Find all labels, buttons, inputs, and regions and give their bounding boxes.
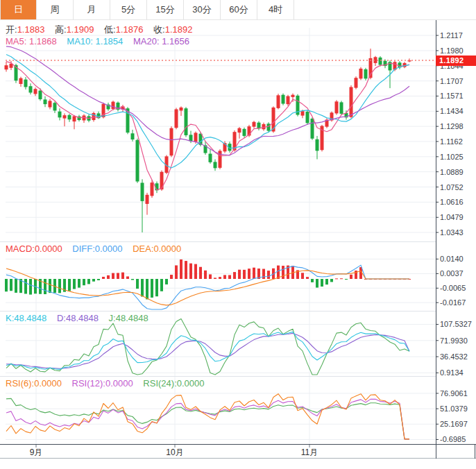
y-axis-tick-label: 1.0343: [440, 228, 464, 237]
y-axis-tick-label: -0.0065: [440, 284, 466, 292]
y-axis-tick-label: 107.5327: [440, 320, 472, 328]
y-axis-tick-label: 51.0379: [440, 404, 468, 413]
y-axis-tick-label: 0.0037: [440, 269, 464, 278]
tab-日[interactable]: 日: [0, 0, 37, 19]
y-axis-tick-label: 1.1571: [440, 92, 464, 100]
y-axis-tick-label: 1.1707: [440, 77, 464, 85]
y-axis-tick-label: 1.0752: [440, 183, 464, 191]
y-axis-tick-label: 1.0889: [440, 168, 464, 176]
x-axis-label: 11月: [296, 447, 323, 459]
y-axis-tick-label: 76.9061: [440, 389, 468, 398]
tab-60分[interactable]: 60分: [221, 0, 257, 19]
tab-4时[interactable]: 4时: [257, 0, 294, 19]
y-axis-tick-label: 1.1025: [440, 153, 464, 161]
chart-canvas[interactable]: 1.21171.19801.18441.17071.15711.14341.12…: [0, 0, 476, 469]
y-axis-tick-label: 1.1162: [440, 137, 463, 146]
y-axis-tick-label: -0.6985: [440, 435, 466, 443]
y-axis-tick-label: 36.4532: [440, 352, 468, 361]
y-axis-tick-label: 71.9930: [440, 336, 468, 345]
y-axis-tick-label: 0.0140: [440, 255, 464, 263]
y-axis-tick-label: 1.0616: [440, 198, 464, 206]
tab-15分[interactable]: 15分: [147, 0, 184, 19]
y-axis-tick-label: 1.2117: [440, 31, 463, 40]
tab-30分[interactable]: 30分: [184, 0, 221, 19]
y-axis-tick-label: 1.1434: [440, 107, 464, 115]
y-axis-tick-label: 0.9134: [440, 368, 464, 377]
tab-5分[interactable]: 5分: [110, 0, 147, 19]
tab-周[interactable]: 周: [37, 0, 74, 19]
y-axis-tick-label: 25.1697: [440, 420, 468, 428]
y-axis-tick-label: 1.1980: [440, 46, 464, 55]
timeframe-toolbar: 日周月5分15分30分60分4时: [0, 0, 476, 20]
current-price-tag: 1.1892: [436, 56, 476, 66]
x-axis-label: 9月: [22, 447, 50, 459]
y-axis-tick-label: 1.1298: [440, 122, 464, 130]
y-axis-tick-label: 1.0479: [440, 213, 464, 221]
x-axis-label: 10月: [161, 447, 189, 459]
tab-月[interactable]: 月: [74, 0, 110, 19]
y-axis-tick-label: -0.0167: [440, 298, 466, 307]
trading-chart-app: 1.21171.19801.18441.17071.15711.14341.12…: [0, 0, 476, 469]
